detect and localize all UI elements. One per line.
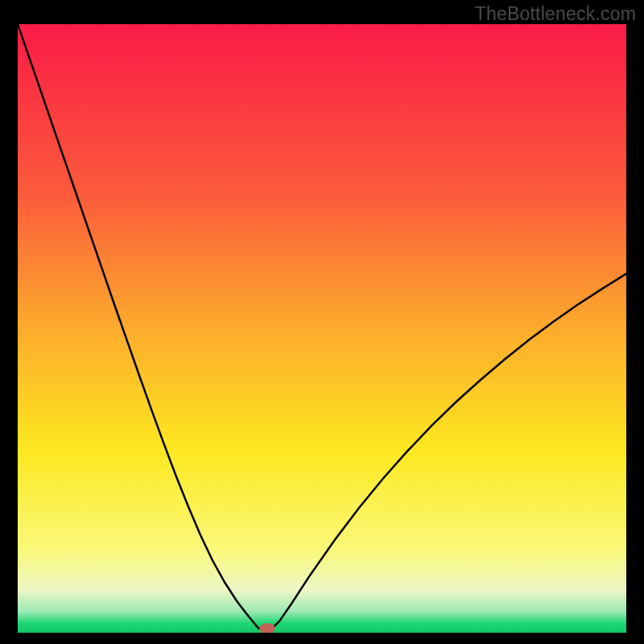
- gradient-background: [18, 24, 626, 633]
- watermark-text: TheBottleneck.com: [475, 3, 636, 25]
- chart-frame: TheBottleneck.com: [0, 0, 644, 644]
- bottleneck-chart: [18, 24, 626, 633]
- plot-area: [18, 24, 626, 633]
